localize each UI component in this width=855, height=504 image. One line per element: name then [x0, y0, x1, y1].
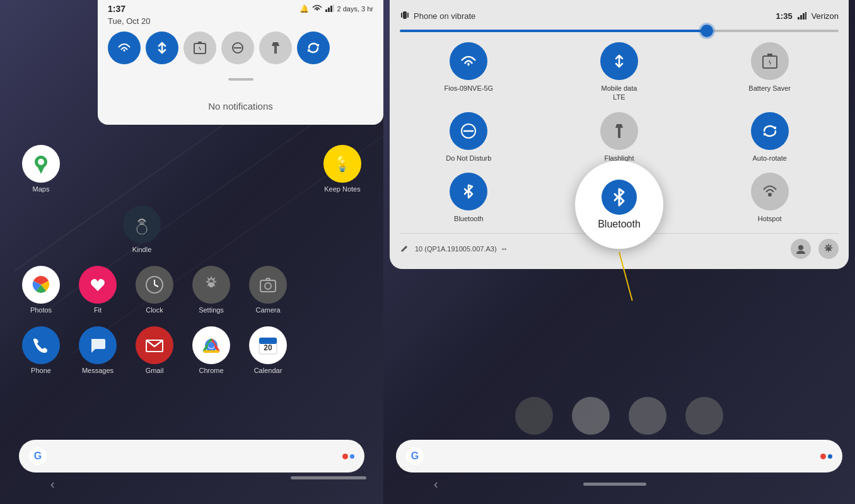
svg-rect-19: [328, 8, 330, 12]
no-notifications-container: No notifications: [98, 88, 383, 125]
list-item[interactable]: Maps: [19, 145, 63, 193]
svg-rect-30: [401, 13, 402, 18]
footer-action-icons: [791, 239, 839, 259]
wifi-tile-icon: [450, 42, 487, 80]
home-indicator[interactable]: [291, 476, 366, 479]
auto-rotate-tile[interactable]: Auto-rotate: [701, 112, 839, 163]
brightness-slider[interactable]: [400, 30, 839, 32]
list-item: [572, 397, 610, 435]
left-search-bar[interactable]: G: [19, 440, 364, 472]
svg-rect-34: [803, 13, 805, 20]
mobile-data-tile[interactable]: Mobile data LTE: [550, 42, 689, 102]
date-row: Tue, Oct 20: [98, 14, 383, 32]
dnd-toggle[interactable]: [221, 32, 254, 64]
svg-rect-9: [260, 280, 276, 292]
sync-toggle[interactable]: [297, 32, 330, 64]
right-home-indicator[interactable]: [583, 483, 646, 486]
wifi-status-icon: [312, 4, 322, 14]
list-item[interactable]: Clock: [132, 266, 177, 314]
battery-saver-toggle[interactable]: [183, 32, 216, 64]
app-grid: Maps 💡 Keep Notes Kindle: [0, 145, 383, 387]
kindle-icon: [123, 205, 161, 243]
signal-right-icon: [798, 11, 806, 22]
right-back-icon[interactable]: ‹: [434, 477, 438, 491]
wifi-tile-label: Fios-09NVE-5G: [445, 84, 494, 93]
dnd-tile-label: Do Not Disturb: [446, 154, 491, 163]
mobile-data-tile-label: Mobile data LTE: [602, 84, 637, 102]
bluetooth-tile[interactable]: Bluetooth: [400, 173, 538, 223]
hotspot-tile[interactable]: Hotspot: [701, 173, 839, 223]
list-item[interactable]: Camera: [246, 266, 290, 314]
list-item[interactable]: 💡 Keep Notes: [320, 145, 364, 193]
fit-label: Fit: [94, 306, 102, 314]
list-item: [629, 397, 666, 435]
phone-status: Phone on vibrate: [400, 10, 475, 22]
chrome-label: Chrome: [199, 367, 223, 374]
dnd-tile-icon: [450, 112, 487, 150]
photos-icon: [22, 266, 60, 304]
dnd-tile[interactable]: Do Not Disturb: [400, 112, 538, 163]
battery-text: 2 days, 3 hr: [337, 5, 373, 13]
list-item[interactable]: Messages: [76, 326, 120, 374]
mobile-data-tile-icon: [600, 42, 638, 80]
qs-status-bar: Phone on vibrate 1:35 Verizon: [400, 10, 839, 22]
flashlight-toggle[interactable]: [259, 32, 292, 64]
svg-rect-33: [800, 15, 802, 20]
list-item[interactable]: Gmail: [132, 326, 177, 374]
edit-icon: [400, 243, 410, 255]
battery-saver-tile[interactable]: Battery Saver: [701, 42, 839, 102]
list-item[interactable]: Phone: [19, 326, 63, 374]
settings-footer-icon[interactable]: [818, 239, 839, 259]
left-nav-bar: ‹: [0, 477, 383, 491]
keep-notes-icon: 💡: [323, 145, 361, 183]
list-item[interactable]: Settings: [189, 266, 233, 314]
photos-label: Photos: [30, 306, 52, 314]
clock-icon: [136, 266, 173, 304]
version-text: 10 (QP1A.191005.007.A3): [415, 245, 497, 253]
svg-rect-18: [325, 9, 327, 12]
list-item[interactable]: 20 Calendar: [246, 326, 290, 374]
no-notifications-text: No notifications: [208, 101, 273, 112]
voice-search-icon[interactable]: [342, 454, 354, 459]
wifi-tile[interactable]: Fios-09NVE-5G: [400, 42, 538, 102]
version-info: 10 (QP1A.191005.007.A3) ••: [400, 243, 506, 255]
svg-rect-22: [194, 43, 206, 54]
calendar-label: Calendar: [254, 367, 282, 374]
google-logo: G: [29, 447, 47, 465]
svg-point-14: [208, 342, 214, 348]
bluetooth-tooltip: Bluetooth: [575, 161, 663, 249]
settings-icon: [192, 266, 230, 304]
brightness-thumb[interactable]: [701, 25, 713, 37]
svg-rect-37: [767, 54, 772, 57]
right-phone: Phone on vibrate 1:35 Verizon: [383, 0, 855, 504]
user-icon[interactable]: [791, 239, 811, 259]
camera-icon: [249, 266, 287, 304]
hotspot-tile-icon: [751, 173, 789, 210]
list-item[interactable]: Photos: [19, 266, 63, 314]
qs-right-status: 1:35 Verizon: [776, 11, 839, 22]
wifi-toggle[interactable]: [108, 32, 141, 64]
right-search-bar[interactable]: G: [396, 440, 842, 472]
footer-dots: ••: [502, 245, 507, 253]
right-voice-search-icon[interactable]: [820, 454, 832, 459]
svg-rect-32: [798, 17, 800, 20]
status-icons: 🔔 2 days, 3 hr: [300, 4, 373, 14]
maps-label: Maps: [33, 185, 50, 193]
maps-icon: [22, 145, 60, 183]
svg-text:20: 20: [264, 343, 272, 352]
flashlight-tile[interactable]: Flashlight: [550, 112, 689, 163]
settings-label: Settings: [199, 306, 224, 314]
qs-time: 1:35: [776, 11, 793, 21]
svg-rect-20: [330, 6, 332, 12]
list-item[interactable]: Chrome: [189, 326, 233, 374]
notification-panel: 1:37 🔔 2 days, 3 hr Tue, Oct 20: [98, 0, 383, 125]
messages-label: Messages: [82, 367, 113, 374]
back-icon[interactable]: ‹: [50, 477, 55, 491]
svg-rect-23: [198, 42, 202, 44]
signal-icon: [325, 4, 334, 14]
list-item[interactable]: Fit: [76, 266, 120, 314]
list-item[interactable]: Kindle: [120, 205, 164, 253]
phone-icon: [22, 326, 60, 364]
data-transfer-toggle[interactable]: [146, 32, 178, 64]
auto-rotate-tile-icon: [751, 112, 789, 150]
